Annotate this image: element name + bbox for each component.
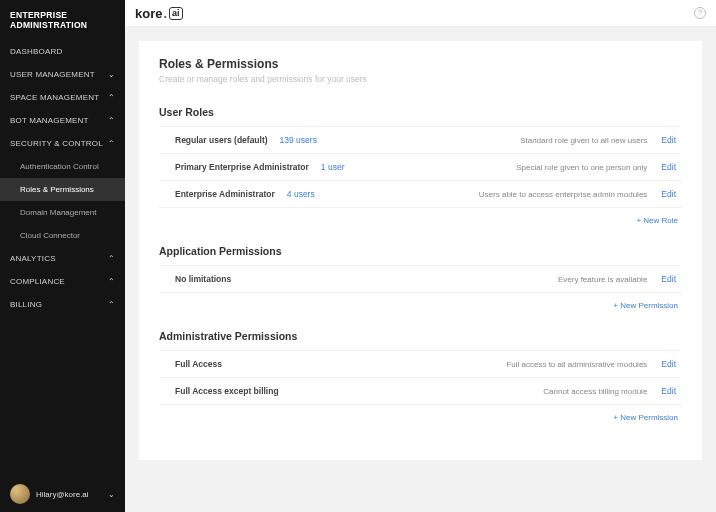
panel: Roles & Permissions Create or manage rol… — [139, 41, 702, 460]
user-name: Hilary@kore.ai — [36, 490, 89, 499]
help-icon[interactable]: ? — [694, 7, 706, 19]
chevron-up-icon: ⌃ — [108, 116, 115, 125]
sidebar-item-security[interactable]: SECURITY & CONTROL ⌃ — [0, 132, 125, 155]
section-app-permissions: Application Permissions No limitations E… — [159, 245, 682, 310]
permission-row: No limitations Every feature is avaliabl… — [159, 265, 682, 293]
chevron-up-icon: ⌃ — [108, 300, 115, 309]
sidebar-item-label: BOT MANAGEMENT — [10, 116, 89, 125]
sidebar-title: ENTERPRISE ADMINISTRATION — [0, 0, 125, 40]
sidebar-sub-auth-control[interactable]: Authentication Control — [0, 155, 125, 178]
edit-link[interactable]: Edit — [661, 135, 676, 145]
sidebar-sub-cloud-connector[interactable]: Cloud Connector — [0, 224, 125, 247]
sidebar-item-label: DASHBOARD — [10, 47, 62, 56]
add-permission-link[interactable]: + New Permission — [159, 301, 678, 310]
role-name: Primary Enterprise Administrator — [175, 162, 309, 172]
topbar: kore.ai ? — [125, 0, 716, 27]
sidebar: ENTERPRISE ADMINISTRATION DASHBOARD USER… — [0, 0, 125, 512]
role-desc: Users able to access enterprise admin mo… — [479, 190, 648, 199]
sidebar-item-dashboard[interactable]: DASHBOARD — [0, 40, 125, 63]
page-title: Roles & Permissions — [159, 57, 682, 71]
add-permission-link[interactable]: + New Permission — [159, 413, 678, 422]
sidebar-item-analytics[interactable]: ANALYTICS ⌃ — [0, 247, 125, 270]
sidebar-item-label: ANALYTICS — [10, 254, 56, 263]
role-count[interactable]: 4 users — [287, 189, 315, 199]
role-name: Regular users (default) — [175, 135, 268, 145]
chevron-up-icon: ⌃ — [108, 277, 115, 286]
permission-desc: Cannot access billing module — [543, 387, 647, 396]
logo: kore.ai — [135, 6, 183, 21]
sidebar-item-label: BILLING — [10, 300, 42, 309]
role-desc: Special role given to one person only — [516, 163, 647, 172]
content: Roles & Permissions Create or manage rol… — [125, 27, 716, 512]
add-role-link[interactable]: + New Role — [159, 216, 678, 225]
user-menu[interactable]: Hilary@kore.ai ⌄ — [0, 476, 125, 512]
permission-row: Full Access Full access to all adminisra… — [159, 350, 682, 378]
edit-link[interactable]: Edit — [661, 274, 676, 284]
sidebar-item-label: COMPLIANCE — [10, 277, 65, 286]
logo-suffix: ai — [169, 7, 183, 20]
permission-desc: Full access to all adminisrative modules — [506, 360, 647, 369]
sidebar-item-user-management[interactable]: USER MANAGEMENT ⌄ — [0, 63, 125, 86]
avatar — [10, 484, 30, 504]
chevron-up-icon: ⌃ — [108, 139, 115, 148]
edit-link[interactable]: Edit — [661, 386, 676, 396]
section-title: Application Permissions — [159, 245, 682, 257]
section-title: User Roles — [159, 106, 682, 118]
permission-name: No limitations — [175, 274, 231, 284]
chevron-up-icon: ⌃ — [108, 93, 115, 102]
permission-name: Full Access — [175, 359, 222, 369]
section-title: Administrative Permissions — [159, 330, 682, 342]
sidebar-item-compliance[interactable]: COMPLIANCE ⌃ — [0, 270, 125, 293]
permission-desc: Every feature is avaliable — [558, 275, 647, 284]
sidebar-item-bot-management[interactable]: BOT MANAGEMENT ⌃ — [0, 109, 125, 132]
sidebar-item-label: USER MANAGEMENT — [10, 70, 95, 79]
edit-link[interactable]: Edit — [661, 359, 676, 369]
sidebar-item-label: SPACE MANAGEMENT — [10, 93, 99, 102]
sidebar-item-space-management[interactable]: SPACE MANAGEMENT ⌃ — [0, 86, 125, 109]
role-desc: Standard role given to all new users — [520, 136, 647, 145]
role-count[interactable]: 139 users — [280, 135, 317, 145]
role-row: Enterprise Administrator 4 users Users a… — [159, 181, 682, 208]
logo-text: kore — [135, 6, 162, 21]
chevron-down-icon: ⌄ — [108, 490, 115, 499]
role-row: Primary Enterprise Administrator 1 user … — [159, 154, 682, 181]
sidebar-item-label: SECURITY & CONTROL — [10, 139, 103, 148]
page-subtitle: Create or manage roles and permissions f… — [159, 74, 682, 84]
role-row: Regular users (default) 139 users Standa… — [159, 126, 682, 154]
sidebar-item-billing[interactable]: BILLING ⌃ — [0, 293, 125, 316]
role-name: Enterprise Administrator — [175, 189, 275, 199]
edit-link[interactable]: Edit — [661, 189, 676, 199]
permission-name: Full Access except billing — [175, 386, 279, 396]
role-count[interactable]: 1 user — [321, 162, 345, 172]
chevron-down-icon: ⌄ — [108, 70, 115, 79]
chevron-up-icon: ⌃ — [108, 254, 115, 263]
main: kore.ai ? Roles & Permissions Create or … — [125, 0, 716, 512]
nav: DASHBOARD USER MANAGEMENT ⌄ SPACE MANAGE… — [0, 40, 125, 476]
sidebar-sub-roles-permissions[interactable]: Roles & Permissions — [0, 178, 125, 201]
permission-row: Full Access except billing Cannot access… — [159, 378, 682, 405]
section-admin-permissions: Administrative Permissions Full Access F… — [159, 330, 682, 422]
section-user-roles: User Roles Regular users (default) 139 u… — [159, 106, 682, 225]
sidebar-sub-domain-management[interactable]: Domain Management — [0, 201, 125, 224]
edit-link[interactable]: Edit — [661, 162, 676, 172]
